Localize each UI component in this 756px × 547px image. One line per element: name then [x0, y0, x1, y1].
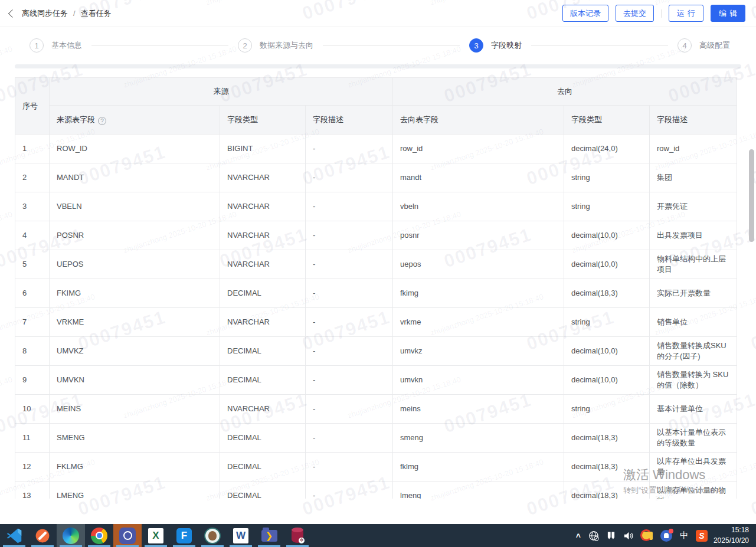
chrome-browser-icon[interactable]	[85, 524, 113, 547]
cell-source-type: NVARCHAR	[220, 192, 306, 221]
cell-target-field: posnr	[393, 221, 564, 250]
cell-target-type: decimal(10,0)	[564, 337, 650, 366]
taskbar-clock[interactable]: 15:18 2025/10/20	[714, 524, 756, 547]
column-header-target-desc: 字段描述	[650, 106, 737, 135]
horizontal-scrollbar[interactable]	[15, 64, 741, 68]
column-header-source-desc: 字段描述	[306, 106, 393, 135]
cell-row-index: 7	[15, 308, 50, 337]
ime-language-indicator[interactable]: 中	[680, 530, 688, 541]
cell-source-desc: -	[306, 250, 393, 279]
cell-source-field: POSNR	[50, 221, 220, 250]
cell-source-desc: -	[306, 308, 393, 337]
network-globe-icon[interactable]	[588, 530, 599, 541]
excel-icon[interactable]: X	[142, 524, 170, 547]
taskbar-pinned-icons: X F W ❯ ✲	[0, 524, 312, 547]
step-advanced-config[interactable]: 4 高级配置	[678, 38, 730, 53]
cell-target-type: decimal(18,3)	[564, 279, 650, 308]
cell-source-desc: -	[306, 424, 393, 453]
table-row: 10MEINSNVARCHAR-meinsstring基本计量单位	[15, 395, 737, 424]
volume-icon[interactable]	[623, 531, 634, 541]
cell-target-type: string	[564, 395, 650, 424]
cell-source-desc: -	[306, 221, 393, 250]
cell-target-field: row_id	[393, 135, 564, 163]
vertical-scrollbar[interactable]	[748, 0, 756, 524]
cell-source-field: UEPOS	[50, 250, 220, 279]
cell-source-type: DECIMAL	[220, 482, 306, 499]
chat-app-icon[interactable]	[113, 524, 142, 547]
clock-time: 15:18	[714, 525, 749, 535]
word-icon[interactable]: W	[227, 524, 255, 547]
edge-browser-icon[interactable]	[57, 524, 85, 547]
scrollbar-thumb[interactable]	[749, 149, 754, 242]
cell-source-type: DECIMAL	[220, 453, 306, 482]
folder-tool-icon[interactable]: ❯	[255, 524, 283, 547]
version-history-button[interactable]: 版本记录	[562, 5, 608, 22]
cell-target-field: smeng	[393, 424, 564, 453]
table-row: 7VRKMENVARCHAR-vrkmestring销售单位	[15, 308, 737, 337]
column-group-source: 来源	[50, 78, 393, 106]
step-field-mapping[interactable]: 3 字段映射	[469, 38, 522, 53]
cell-source-type: DECIMAL	[220, 424, 306, 453]
column-header-source-field: 来源表字段?	[50, 106, 220, 135]
cell-row-index: 11	[15, 424, 50, 453]
step-4-label: 高级配置	[699, 40, 730, 51]
cell-source-field: UMVKZ	[50, 337, 220, 366]
main-content: 序号 来源 去向 来源表字段? 字段类型 字段描述 去向表字段 字段类型 字段描…	[15, 64, 741, 499]
cell-target-field: fklmg	[393, 453, 564, 482]
button-divider	[661, 9, 662, 18]
breadcrumb-parent[interactable]: 离线同步任务	[22, 8, 68, 19]
column-header-index: 序号	[15, 78, 50, 135]
foxmail-icon[interactable]	[642, 532, 653, 540]
cell-target-type: string	[564, 192, 650, 221]
breadcrumb: 离线同步任务 / 查看任务	[9, 8, 112, 19]
cell-source-type: NVARCHAR	[220, 308, 306, 337]
help-question-icon[interactable]: ?	[98, 117, 106, 125]
sogou-input-icon[interactable]: S	[696, 530, 708, 542]
table-row: 8UMVKZDECIMAL-umvkzdecimal(10,0)销售数量转换成S…	[15, 337, 737, 366]
cell-row-index: 10	[15, 395, 50, 424]
cell-target-type: decimal(18,3)	[564, 453, 650, 482]
cell-source-field: VBELN	[50, 192, 220, 221]
vscode-icon[interactable]	[0, 524, 28, 547]
dbeaver-icon[interactable]	[198, 524, 227, 547]
finalshell-icon[interactable]: F	[170, 524, 198, 547]
step-source-target[interactable]: 2 数据来源与去向	[238, 38, 313, 53]
cell-target-desc: 以库存单位出具发票量	[650, 453, 737, 482]
cell-target-field: meins	[393, 395, 564, 424]
defender-tiles-icon[interactable]	[607, 531, 616, 541]
step-connector	[323, 45, 460, 46]
postman-icon[interactable]	[28, 524, 57, 547]
step-2-label: 数据来源与去向	[260, 40, 313, 51]
cell-source-field: FKIMG	[50, 279, 220, 308]
cell-target-field: umvkn	[393, 366, 564, 395]
cell-target-type: decimal(10,0)	[564, 366, 650, 395]
cell-row-index: 12	[15, 453, 50, 482]
cell-source-field: UMVKN	[50, 366, 220, 395]
step-basic-info[interactable]: 1 基本信息	[30, 38, 82, 53]
cell-target-field: vbeln	[393, 192, 564, 221]
cell-target-field: mandt	[393, 163, 564, 192]
table-row: 5UEPOSNVARCHAR-ueposdecimal(10,0)物料单结构中的…	[15, 250, 737, 279]
column-group-target: 去向	[393, 78, 737, 106]
notification-app-icon[interactable]	[660, 530, 672, 542]
cell-target-field: vrkme	[393, 308, 564, 337]
database-tool-icon[interactable]: ✲	[283, 524, 312, 547]
column-header-target-field: 去向表字段	[393, 106, 564, 135]
cell-target-desc: 以基本计量单位表示的等级数量	[650, 424, 737, 453]
edit-button[interactable]: 编辑	[711, 5, 745, 22]
submit-button[interactable]: 去提交	[616, 5, 654, 22]
back-chevron-icon[interactable]	[8, 9, 17, 17]
cell-target-desc: 物料单结构中的上层项目	[650, 250, 737, 279]
cell-source-type: NVARCHAR	[220, 221, 306, 250]
run-button[interactable]: 运行	[669, 5, 703, 22]
table-row: 12FKLMGDECIMAL-fklmgdecimal(18,3)以库存单位出具…	[15, 453, 737, 482]
cell-source-field: MANDT	[50, 163, 220, 192]
wizard-stepper: 1 基本信息 2 数据来源与去向 3 字段映射 4 高级配置	[0, 27, 756, 64]
table-row: 3VBELNNVARCHAR-vbelnstring开票凭证	[15, 192, 737, 221]
cell-source-desc: -	[306, 453, 393, 482]
cell-target-type: decimal(18,3)	[564, 424, 650, 453]
tray-expand-chevron-icon[interactable]: ^	[576, 532, 581, 542]
cell-target-type: decimal(24,0)	[564, 135, 650, 163]
table-row: 2MANDTNVARCHAR-mandtstring集团	[15, 163, 737, 192]
cell-source-desc: -	[306, 279, 393, 308]
